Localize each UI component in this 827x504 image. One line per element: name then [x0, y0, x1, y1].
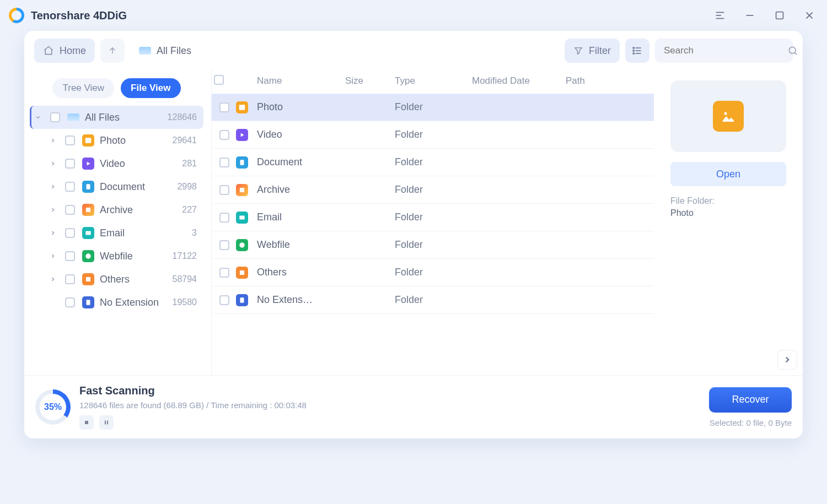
- header-path[interactable]: Path: [566, 75, 648, 86]
- tree-item-count: 3: [192, 228, 197, 238]
- tree-item-checkbox[interactable]: [65, 228, 75, 238]
- row-checkbox[interactable]: [219, 130, 229, 140]
- row-name: Others: [257, 267, 345, 278]
- window-controls: [712, 8, 817, 23]
- scan-title: Fast Scanning: [79, 384, 307, 397]
- list-icon: [632, 45, 643, 56]
- tree-item-label: Archive: [100, 204, 176, 216]
- tree-root-checkbox[interactable]: [50, 112, 60, 122]
- others-icon: ?: [236, 267, 257, 279]
- row-checkbox[interactable]: [219, 240, 229, 250]
- close-button[interactable]: [802, 8, 817, 23]
- filter-button[interactable]: Filter: [565, 39, 620, 63]
- header-modified[interactable]: Modified Date: [472, 75, 566, 86]
- up-button[interactable]: [100, 39, 125, 63]
- tree-item-checkbox[interactable]: [65, 297, 75, 307]
- header-size[interactable]: Size: [345, 75, 395, 86]
- minimize-button[interactable]: [742, 8, 758, 23]
- recover-button[interactable]: Recover: [709, 387, 792, 413]
- svg-point-44: [724, 112, 727, 115]
- tree-item-checkbox[interactable]: [65, 159, 75, 169]
- stop-button[interactable]: [79, 415, 94, 430]
- chevron-right-icon: [50, 253, 57, 259]
- tree-item-checkbox[interactable]: [65, 274, 75, 284]
- maximize-button[interactable]: [772, 8, 787, 23]
- row-type: Folder: [395, 184, 472, 196]
- pause-button[interactable]: [99, 415, 114, 430]
- chevron-right-icon: [50, 137, 57, 144]
- svg-point-10: [633, 47, 635, 49]
- row-checkbox[interactable]: [219, 213, 229, 223]
- svg-rect-47: [107, 421, 108, 425]
- tree-item-photo[interactable]: Photo 29641: [30, 129, 203, 152]
- row-checkbox[interactable]: [219, 268, 229, 278]
- home-icon: [43, 45, 54, 56]
- tree-item-document[interactable]: Document 2998: [30, 175, 203, 198]
- row-type: Folder: [395, 129, 472, 140]
- svg-rect-18: [87, 184, 90, 189]
- breadcrumb-label: All Files: [157, 45, 191, 57]
- app-title: Tenorshare 4DDiG: [31, 9, 127, 22]
- row-checkbox[interactable]: [219, 185, 229, 195]
- tree-item-archive[interactable]: Archive 227: [30, 198, 203, 221]
- preview-meta-label: File Folder:: [670, 196, 786, 206]
- list-header: Name Size Type Modified Date Path: [212, 68, 654, 94]
- row-checkbox[interactable]: [219, 102, 229, 112]
- svg-point-16: [87, 139, 88, 140]
- view-mode-button[interactable]: [625, 39, 649, 63]
- tree-item-checkbox[interactable]: [65, 182, 75, 192]
- tree-item-others[interactable]: ? Others 58794: [30, 268, 203, 291]
- breadcrumb[interactable]: All Files: [130, 39, 200, 63]
- svg-rect-32: [240, 160, 244, 165]
- svg-point-11: [633, 50, 635, 52]
- sidebar-tree: All Files 128646 Photo 29641 Video 281 D…: [28, 106, 206, 314]
- tree-item-video[interactable]: Video 281: [30, 152, 203, 175]
- list-row[interactable]: Photo Folder: [212, 94, 654, 121]
- status-bar: 35% Fast Scanning 128646 files are found…: [24, 375, 803, 438]
- preview-panel: Open File Folder: Photo: [654, 68, 803, 375]
- tab-tree-view[interactable]: Tree View: [52, 78, 114, 98]
- document-icon: [236, 156, 257, 169]
- search-box[interactable]: [655, 39, 793, 63]
- menu-icon[interactable]: [712, 8, 728, 23]
- tree-root-all-files[interactable]: All Files 128646: [30, 106, 203, 129]
- tree-item-webfile[interactable]: Webfile 17122: [30, 245, 203, 268]
- header-name[interactable]: Name: [257, 75, 345, 86]
- list-row[interactable]: ? Others Folder: [212, 259, 654, 286]
- tree-item-label: Webfile: [100, 251, 167, 262]
- video-icon: [236, 129, 257, 141]
- search-input[interactable]: [663, 45, 782, 57]
- open-button[interactable]: Open: [670, 162, 786, 186]
- next-button[interactable]: [777, 350, 797, 370]
- list-row[interactable]: Webfile Folder: [212, 231, 654, 259]
- header-checkbox[interactable]: [214, 75, 224, 85]
- tab-file-view[interactable]: File View: [121, 78, 180, 98]
- list-row[interactable]: ? No Extens… Folder: [212, 286, 654, 314]
- tree-item-checkbox[interactable]: [65, 251, 75, 261]
- svg-point-12: [633, 53, 635, 55]
- row-name: Webfile: [257, 239, 345, 251]
- tree-item-email[interactable]: Email 3: [30, 221, 203, 245]
- list-row[interactable]: Document Folder: [212, 149, 654, 176]
- list-rows: Photo Folder Video Folder Document Folde…: [212, 94, 654, 375]
- up-arrow-icon: [108, 46, 117, 56]
- tree-item-checkbox[interactable]: [65, 136, 75, 145]
- list-row[interactable]: Archive Folder: [212, 176, 654, 204]
- tree-root-count: 128646: [168, 112, 197, 122]
- tree-item-checkbox[interactable]: [65, 205, 75, 215]
- header-type[interactable]: Type: [395, 75, 472, 86]
- row-name: Video: [257, 129, 345, 140]
- status-right: Recover Selected: 0 file, 0 Byte: [709, 387, 792, 427]
- list-row[interactable]: Email Folder: [212, 204, 654, 231]
- app-brand: Tenorshare 4DDiG: [9, 8, 127, 23]
- noext-icon: ?: [236, 294, 257, 306]
- chevron-down-icon: [35, 114, 42, 121]
- list-row[interactable]: Video Folder: [212, 121, 654, 149]
- row-checkbox[interactable]: [219, 295, 229, 305]
- home-button[interactable]: Home: [34, 39, 95, 63]
- archive-icon: [82, 204, 94, 216]
- svg-marker-31: [241, 133, 244, 137]
- tree-item-noext[interactable]: ? No Extension 19580: [30, 291, 203, 314]
- noext-icon: ?: [82, 296, 94, 308]
- row-checkbox[interactable]: [219, 158, 229, 167]
